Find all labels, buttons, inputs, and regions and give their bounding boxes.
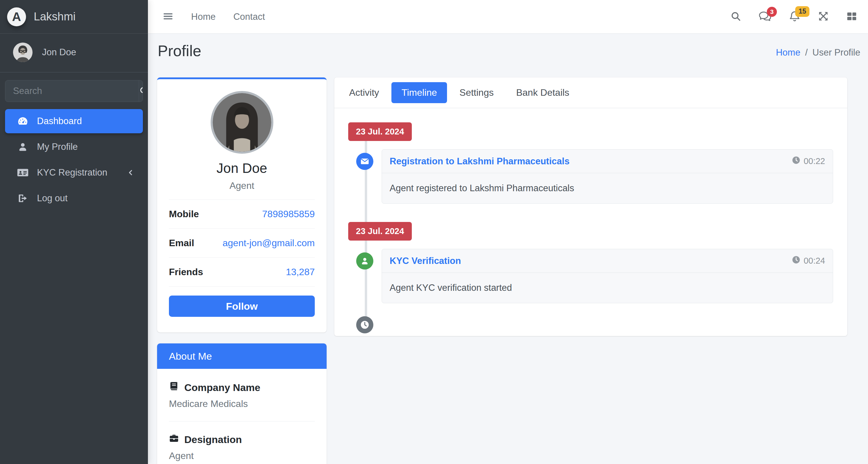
timeline-item-body: Agent registered to Lakshmi Pharmaceutic… bbox=[382, 173, 833, 203]
navbar-link-home[interactable]: Home bbox=[191, 11, 216, 22]
time-text: 00:22 bbox=[804, 156, 825, 166]
divider bbox=[169, 421, 315, 422]
mobile-value[interactable]: 7898985859 bbox=[262, 209, 315, 220]
company-name-label-row: Company Name bbox=[169, 381, 315, 394]
timeline-date-badge: 23 Jul. 2024 bbox=[348, 222, 412, 240]
designation-label-row: Designation bbox=[169, 433, 315, 446]
grid-icon bbox=[846, 11, 857, 23]
follow-button[interactable]: Follow bbox=[169, 296, 315, 317]
search-button[interactable] bbox=[139, 80, 143, 102]
navbar-link-contact[interactable]: Contact bbox=[234, 11, 265, 22]
navbar-search-button[interactable] bbox=[730, 11, 741, 23]
gauge-icon bbox=[16, 115, 30, 127]
profile-photo bbox=[211, 91, 273, 154]
envelope-icon bbox=[356, 153, 373, 170]
timeline-card-header: KYC Verification 00:24 bbox=[382, 249, 833, 273]
hamburger-icon bbox=[162, 10, 174, 23]
clock-icon bbox=[792, 255, 801, 266]
search-input[interactable] bbox=[5, 80, 139, 102]
brand-logo-icon: A bbox=[7, 7, 26, 26]
profile-row-email: Email agent-jon@gmail.com bbox=[169, 229, 315, 258]
messages-badge: 3 bbox=[767, 7, 777, 17]
timeline-item-time: 00:24 bbox=[792, 255, 825, 266]
designation-label: Designation bbox=[184, 434, 242, 445]
timeline-item-kyc: KYC Verification 00:24 bbox=[343, 249, 838, 303]
timeline: 23 Jul. 2024 Registration to Lakshmi Pha… bbox=[343, 117, 838, 333]
navbar-grid-button[interactable] bbox=[846, 11, 857, 23]
timeline-item-title[interactable]: KYC Verification bbox=[390, 256, 461, 266]
breadcrumb-separator: / bbox=[805, 47, 808, 58]
sidebar-item-label: KYC Registration bbox=[37, 167, 107, 178]
timeline-date-badge: 23 Jul. 2024 bbox=[348, 122, 412, 141]
id-card-icon bbox=[16, 167, 30, 178]
brand[interactable]: A Lakshmi bbox=[0, 0, 148, 34]
breadcrumb: Home / User Profile bbox=[776, 47, 860, 58]
timeline-item-registration: Registration to Lakshmi Pharmaceuticals … bbox=[343, 149, 838, 204]
sign-out-icon bbox=[16, 193, 30, 204]
field-label: Email bbox=[169, 238, 194, 248]
timeline-panel: 23 Jul. 2024 Registration to Lakshmi Pha… bbox=[334, 108, 847, 342]
time-text: 00:24 bbox=[804, 256, 825, 266]
profile-row-friends: Friends 13,287 bbox=[169, 258, 315, 287]
timeline-card: KYC Verification 00:24 bbox=[382, 249, 833, 303]
about-me-body: Company Name Medicare Medicals Designati… bbox=[157, 369, 327, 464]
tab-timeline[interactable]: Timeline bbox=[392, 82, 447, 103]
tab-settings[interactable]: Settings bbox=[450, 82, 504, 103]
sidebar-item-dashboard[interactable]: Dashboard bbox=[5, 109, 143, 133]
designation-value: Agent bbox=[169, 451, 315, 461]
profile-row-mobile: Mobile 7898985859 bbox=[169, 200, 315, 229]
navbar-messages-button[interactable]: 3 bbox=[758, 10, 772, 23]
friends-value[interactable]: 13,287 bbox=[286, 267, 315, 277]
brand-name: Lakshmi bbox=[34, 10, 76, 23]
email-value[interactable]: agent-jon@gmail.com bbox=[222, 238, 315, 248]
sidebar-item-label: Dashboard bbox=[37, 116, 82, 127]
book-icon bbox=[169, 381, 179, 394]
field-label: Mobile bbox=[169, 209, 199, 220]
sidebar-item-kyc-registration[interactable]: KYC Registration bbox=[5, 161, 143, 185]
navbar-right-icons: 3 15 bbox=[730, 10, 857, 23]
navbar-fullscreen-button[interactable] bbox=[818, 11, 829, 23]
page-title: Profile bbox=[158, 42, 201, 60]
sidebar-avatar bbox=[13, 42, 33, 62]
sidebar-menu: Dashboard My Profile bbox=[5, 109, 143, 210]
briefcase-icon bbox=[169, 433, 179, 446]
chevron-left-icon bbox=[127, 169, 134, 176]
sidebar-item-label: My Profile bbox=[37, 141, 78, 152]
content-area: Profile Home / User Profile Jon Doe Agen… bbox=[148, 34, 868, 464]
profile-info-list: Mobile 7898985859 Email agent-jon@gmail.… bbox=[169, 199, 315, 287]
profile-card: Jon Doe Agent Mobile 7898985859 Email ag… bbox=[157, 77, 327, 332]
sidebar-user-panel[interactable]: Jon Doe bbox=[0, 34, 148, 72]
sidebar: A Lakshmi Jon Doe bbox=[0, 0, 148, 464]
tab-bar: Activity Timeline Settings Bank Details bbox=[334, 77, 847, 108]
profile-tabs-card: Activity Timeline Settings Bank Details … bbox=[334, 77, 847, 336]
profile-name: Jon Doe bbox=[169, 160, 315, 176]
expand-arrows-icon bbox=[818, 11, 829, 23]
timeline-end-row bbox=[343, 316, 838, 333]
search-icon bbox=[139, 86, 143, 96]
sidebar-user-name: Jon Doe bbox=[42, 47, 76, 58]
tab-activity[interactable]: Activity bbox=[339, 82, 389, 103]
tab-bank-details[interactable]: Bank Details bbox=[506, 82, 580, 103]
timeline-item-title[interactable]: Registration to Lakshmi Pharmaceuticals bbox=[390, 156, 569, 167]
sidebar-toggle-button[interactable] bbox=[157, 10, 179, 23]
user-icon bbox=[356, 253, 373, 269]
sidebar-search bbox=[5, 80, 143, 102]
sidebar-item-log-out[interactable]: Log out bbox=[5, 186, 143, 210]
sidebar-item-label: Log out bbox=[37, 193, 67, 204]
notifications-badge: 15 bbox=[795, 6, 809, 17]
timeline-card: Registration to Lakshmi Pharmaceuticals … bbox=[382, 149, 833, 204]
timeline-item-body: Agent KYC verification started bbox=[382, 273, 833, 303]
field-label: Friends bbox=[169, 267, 203, 277]
timeline-card-header: Registration to Lakshmi Pharmaceuticals … bbox=[382, 150, 833, 173]
about-me-card: About Me Company Name Medicare Medicals bbox=[157, 343, 327, 464]
user-icon bbox=[16, 141, 30, 152]
sidebar-item-my-profile[interactable]: My Profile bbox=[5, 135, 143, 159]
navbar-notifications-button[interactable]: 15 bbox=[789, 10, 801, 23]
about-me-header: About Me bbox=[157, 343, 327, 369]
company-name-value: Medicare Medicals bbox=[169, 398, 315, 409]
clock-icon bbox=[356, 316, 373, 333]
clock-icon bbox=[792, 156, 801, 167]
search-icon bbox=[730, 11, 741, 23]
breadcrumb-home-link[interactable]: Home bbox=[776, 47, 801, 58]
company-name-label: Company Name bbox=[184, 382, 260, 393]
